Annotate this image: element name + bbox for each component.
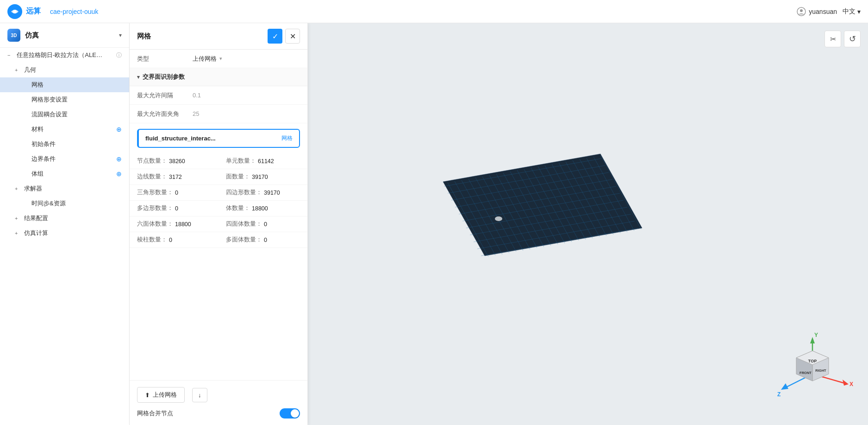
mesh-card[interactable]: fluid_structure_interac... 网格 <box>137 129 300 148</box>
main-layout: 3D 仿真 ▾ − 任意拉格朗日-欧拉方法（ALE… ⓘ + 几何 网格 网格形… <box>0 23 868 425</box>
stat-label-nodes: 节点数量： <box>137 157 167 165</box>
svg-text:Y: Y <box>814 332 818 338</box>
header-right: yuansuan 中文 ▾ <box>797 7 861 16</box>
body-group-add-icon[interactable]: ⊕ <box>116 170 122 178</box>
solver-plus-icon: + <box>15 186 21 191</box>
stat-row-5-right: 多面体数量： 0 <box>219 232 307 248</box>
svg-point-3 <box>800 9 803 12</box>
upload-mesh-button[interactable]: ⬆ 上传网格 <box>137 387 185 403</box>
sidebar-item-sim-calc-label: 仿真计算 <box>24 229 122 237</box>
section-chevron-icon: ▾ <box>137 74 140 80</box>
sidebar-item-ale[interactable]: − 任意拉格朗日-欧拉方法（ALE… ⓘ <box>0 48 129 63</box>
max-gap-label: 最大允许间隔 <box>137 91 193 100</box>
stat-value-poly: 0 <box>175 205 178 212</box>
header: 远算 cae-project-ouuk yuansuan 中文 ▾ <box>0 0 868 23</box>
sidebar-item-mesh[interactable]: 网格 <box>0 77 129 92</box>
type-value: 上传网格 <box>193 55 217 63</box>
download-button[interactable]: ↓ <box>192 388 207 402</box>
upload-row: ⬆ 上传网格 ↓ <box>137 387 300 403</box>
language-selector[interactable]: 中文 ▾ <box>843 7 861 16</box>
sidebar-item-body-group[interactable]: 体组 ⊕ <box>0 166 129 181</box>
stat-label-tet: 四面体数量： <box>226 220 262 228</box>
max-angle-label: 最大允许面夹角 <box>137 110 193 118</box>
language-label: 中文 <box>843 7 856 16</box>
sidebar-item-result-config-label: 结果配置 <box>24 214 122 222</box>
stat-row-0-right: 单元数量： 61142 <box>219 153 307 169</box>
stat-label-prism: 棱柱数量： <box>137 236 167 244</box>
sidebar-item-solver-label: 求解器 <box>24 184 122 193</box>
boundary-add-icon[interactable]: ⊕ <box>116 155 122 163</box>
section-label: 交界面识别参数 <box>143 73 185 81</box>
svg-point-39 <box>495 216 502 221</box>
scissors-icon: ✂ <box>830 35 836 44</box>
stat-row-4-right: 四面体数量： 0 <box>219 216 307 232</box>
mesh-card-tag: 网格 <box>281 134 293 142</box>
sidebar-item-init-cond-label: 初始条件 <box>31 140 122 148</box>
sidebar-item-result-config[interactable]: + 结果配置 <box>0 211 129 226</box>
stat-value-quad: 39170 <box>264 190 280 196</box>
user-icon <box>797 7 806 16</box>
stat-label-quad: 四边形数量： <box>226 189 262 197</box>
stat-label-cells: 单元数量： <box>226 157 256 165</box>
mesh-3d-visualization <box>415 126 656 323</box>
stat-label-poly: 多边形数量： <box>137 204 173 212</box>
sidebar-item-time-step[interactable]: 时间步&资源 <box>0 196 129 211</box>
download-icon: ↓ <box>198 392 201 399</box>
max-gap-row: 最大允许间隔 0.1 <box>130 86 307 105</box>
reset-view-button[interactable]: ↺ <box>844 31 861 47</box>
sidebar-item-geometry[interactable]: + 几何 <box>0 63 129 77</box>
merge-row: 网格合并节点 <box>137 408 300 419</box>
panel-body: 类型 上传网格 ▾ ▾ 交界面识别参数 最大允许间隔 0.1 <box>130 50 307 380</box>
stat-value-tet: 0 <box>264 221 267 228</box>
sidebar-item-mesh-deform-label: 网格形变设置 <box>31 95 122 104</box>
stat-value-edges: 3172 <box>169 174 182 180</box>
brand-name: 远算 <box>26 6 41 16</box>
sidebar-item-solver[interactable]: + 求解器 <box>0 181 129 196</box>
toggle-knob <box>291 409 299 418</box>
upload-icon: ⬆ <box>145 392 150 399</box>
stat-label-hex: 六面体数量： <box>137 220 173 228</box>
sidebar-item-mesh-deform[interactable]: 网格形变设置 <box>0 92 129 107</box>
stat-value-hex: 18800 <box>175 221 191 228</box>
sidebar-item-init-cond[interactable]: 初始条件 <box>0 137 129 152</box>
material-add-icon[interactable]: ⊕ <box>116 126 122 133</box>
stat-row-3-left: 多边形数量： 0 <box>130 201 219 216</box>
plus-icon: + <box>15 67 21 73</box>
scissors-button[interactable]: ✂ <box>824 31 841 47</box>
merge-toggle[interactable] <box>280 408 300 419</box>
sidebar-title: 3D 仿真 <box>7 29 39 42</box>
type-select[interactable]: 上传网格 ▾ <box>193 55 222 63</box>
user-info[interactable]: yuansuan <box>797 7 837 16</box>
stat-label-volume: 体数量： <box>226 204 250 212</box>
axis-indicator: Y X Z TOP <box>775 328 859 411</box>
close-button[interactable]: ✕ <box>285 29 300 44</box>
stat-label-faces: 面数量： <box>226 173 250 181</box>
viewport-toolbar: ✂ ↺ <box>824 31 861 47</box>
sidebar-item-boundary[interactable]: 边界条件 ⊕ <box>0 152 129 166</box>
project-name: cae-project-ouuk <box>50 8 98 15</box>
sidebar-collapse-btn[interactable]: ▾ <box>119 32 122 38</box>
content-area: 网格 ✓ ✕ 类型 上传网格 ▾ ▾ 交界面识别参数 <box>130 23 868 425</box>
mesh-card-name: fluid_structure_interac... <box>145 135 216 142</box>
svg-point-1 <box>13 10 17 13</box>
stat-label-polyhedron: 多面体数量： <box>226 236 262 244</box>
minus-icon: − <box>7 52 14 58</box>
svg-marker-44 <box>843 380 849 386</box>
sidebar-item-geometry-label: 几何 <box>24 66 122 74</box>
sidebar-item-fluid-solid[interactable]: 流固耦合设置 <box>0 107 129 122</box>
sidebar-header: 3D 仿真 ▾ <box>0 23 129 48</box>
type-row: 类型 上传网格 ▾ <box>130 50 307 68</box>
sidebar-item-body-group-label: 体组 <box>31 170 113 178</box>
sidebar-item-sim-calc[interactable]: + 仿真计算 <box>0 226 129 241</box>
section-header[interactable]: ▾ 交界面识别参数 <box>130 68 307 86</box>
info-icon: ⓘ <box>116 51 122 59</box>
stat-value-polyhedron: 0 <box>264 237 267 243</box>
stat-value-cells: 61142 <box>258 158 274 165</box>
3d-icon: 3D <box>7 29 20 42</box>
stat-row-3-right: 体数量： 18800 <box>219 201 307 216</box>
upload-label: 上传网格 <box>153 391 177 399</box>
confirm-button[interactable]: ✓ <box>268 29 282 44</box>
sidebar-item-material[interactable]: 材料 ⊕ <box>0 122 129 137</box>
stat-row-0-left: 节点数量： 38260 <box>130 153 219 169</box>
mesh-svg <box>415 126 656 321</box>
